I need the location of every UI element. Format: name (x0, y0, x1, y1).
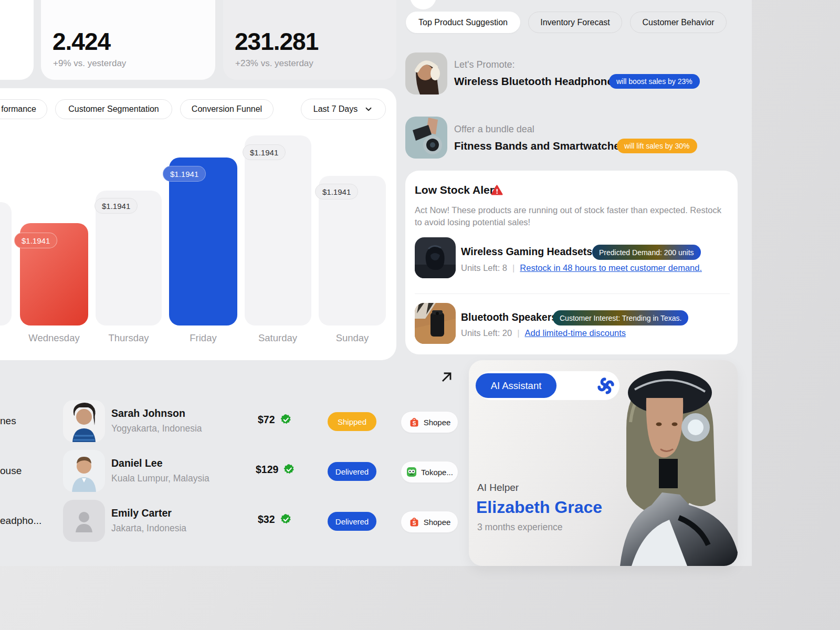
stat-delta: +23% vs. yesterday (235, 58, 313, 69)
separator: | (517, 328, 519, 338)
separator: | (512, 263, 514, 273)
order-status-badge: Delivered (328, 462, 376, 481)
restock-link[interactable]: Restock in 48 hours to meet customer dem… (520, 263, 702, 273)
stat-delta: +9% vs. yesterday (53, 58, 126, 69)
order-price: $129 (256, 464, 278, 476)
tab-label: Conversion Funnel (192, 104, 262, 114)
stat-card-2: 231.281 +23% vs. yesterday (223, 0, 396, 80)
ai-helper-name: Elizabeth Grace (476, 498, 602, 517)
tab-label: formance (1, 104, 36, 114)
ai-helper-experience: 3 months experience (477, 522, 562, 533)
divider (415, 293, 730, 294)
platform-label: Shopee (424, 418, 451, 427)
svg-text:S: S (412, 520, 416, 526)
bar-value-label: $1.1941 (14, 233, 57, 248)
order-product-partial: ouse (0, 465, 22, 477)
customer-name: Emily Carter (111, 507, 172, 519)
platform-label: Tokope... (421, 468, 453, 477)
stat-value: 2.424 (52, 27, 110, 56)
verified-check-icon (280, 513, 292, 526)
order-price: $32 (258, 513, 275, 526)
low-stock-title: Low Stock Alert (415, 184, 498, 196)
bar-friday[interactable] (169, 158, 237, 326)
low-stock-item-badge: Customer Interest: Trending in Texas. (553, 310, 688, 326)
app-canvas: 2.424 +9% vs. yesterday 231.281 +23% vs.… (0, 0, 752, 566)
customer-location: Jakarta, Indonesia (111, 523, 186, 534)
verified-check-icon (280, 414, 292, 426)
low-stock-description: Act Now! These products are running out … (415, 204, 731, 228)
units-left-label: Units Left: 20 (461, 328, 512, 338)
order-status-badge: Delivered (328, 512, 376, 531)
platform-label: Shopee (424, 518, 451, 527)
ai-pinwheel-icon[interactable] (596, 376, 616, 396)
bar-value-label: $1.1941 (163, 166, 206, 182)
product-image-bluetooth-speaker (415, 303, 456, 344)
low-stock-item-title: Bluetooth Speakers (461, 311, 557, 323)
customer-location: Kuala Lumpur, Malaysia (111, 473, 209, 484)
product-image-fitness-band (405, 117, 447, 159)
tab-customer-segmentation[interactable]: Customer Segmentation (55, 99, 172, 119)
stat-card-partial (0, 0, 34, 80)
ai-assistant-button[interactable]: AI Assistant (476, 373, 556, 398)
ai-assistant-card: AI Assistant AI Helper Elizabeth Grace 3… (469, 360, 738, 566)
units-left-label: Units Left: 8 (461, 263, 507, 273)
suggestion-title: Fitness Bands and Smartwatches (454, 140, 626, 152)
chevron-down-icon (364, 104, 373, 114)
tab-performance[interactable]: formance (0, 99, 47, 119)
customer-name: Daniel Lee (111, 457, 163, 469)
discount-link[interactable]: Add limited-time discounts (525, 328, 626, 338)
platform-chip[interactable]: S Shopee (401, 411, 458, 433)
platform-chip[interactable]: S Shopee (401, 511, 458, 533)
shopee-bag-icon: S (408, 416, 420, 428)
platform-chip[interactable]: Tokope... (401, 461, 458, 483)
ai-helper-role: AI Helper (477, 482, 519, 494)
x-axis-label: Saturday (241, 332, 314, 344)
tab-label: Customer Segmentation (68, 104, 159, 114)
product-image-gaming-headset (415, 237, 456, 278)
x-axis-label: Wednesday (17, 332, 91, 344)
tab-customer-behavior[interactable]: Customer Behavior (630, 12, 727, 33)
bar-value-label: $1.1941 (243, 144, 286, 160)
bar-partial-left[interactable] (0, 202, 12, 326)
sales-chart-card: formance Customer Segmentation Conversio… (0, 88, 396, 360)
tab-label: Top Product Suggestion (418, 18, 508, 27)
date-range-selector[interactable]: Last 7 Days (301, 99, 386, 120)
avatar (63, 450, 105, 492)
x-axis-label: Thursday (92, 332, 165, 344)
svg-text:S: S (412, 421, 416, 426)
avatar (63, 400, 105, 442)
suggestion-badge: will boost sales by 23% (609, 74, 700, 89)
order-product-partial: eadpho... (0, 515, 41, 527)
tab-conversion-funnel[interactable]: Conversion Funnel (180, 99, 274, 119)
shopee-bag-icon: S (408, 516, 420, 528)
expand-arrow-icon[interactable] (439, 369, 455, 385)
warning-icon (491, 184, 503, 196)
suggestion-kicker: Offer a bundle deal (454, 124, 534, 135)
avatar-placeholder (63, 500, 105, 542)
product-image-headphones (405, 52, 447, 94)
date-range-label: Last 7 Days (313, 104, 358, 114)
customer-location: Yogyakarta, Indonesia (111, 423, 202, 434)
bar-value-label: $1.1941 (94, 198, 138, 214)
tab-label: Customer Behavior (643, 18, 715, 27)
stat-card-1: 2.424 +9% vs. yesterday (41, 0, 215, 80)
bar-value-label: $1.1941 (315, 184, 358, 200)
bar-saturday[interactable] (245, 135, 311, 326)
order-product-partial: nes (0, 415, 16, 427)
tokopedia-owl-icon (406, 466, 417, 478)
suggestion-badge: will lift sales by 30% (617, 139, 697, 153)
customer-name: Sarah Johnson (111, 407, 185, 419)
order-status-badge: Shipped (328, 412, 376, 431)
suggestion-kicker: Let's Promote: (454, 59, 515, 70)
low-stock-alert-card: Low Stock Alert Act Now! These products … (405, 171, 738, 354)
tab-inventory-forecast[interactable]: Inventory Forecast (528, 12, 622, 33)
stat-value: 231.281 (235, 27, 318, 56)
order-price: $72 (258, 414, 275, 426)
low-stock-item-badge: Predicted Demand: 200 units (592, 245, 701, 260)
partial-circle-decoration (410, 0, 436, 9)
tab-top-product-suggestion[interactable]: Top Product Suggestion (406, 12, 520, 33)
suggestion-title: Wireless Bluetooth Headphones (454, 75, 619, 88)
ai-helper-image (600, 360, 738, 566)
verified-check-icon (283, 464, 295, 476)
tab-label: Inventory Forecast (540, 18, 610, 27)
